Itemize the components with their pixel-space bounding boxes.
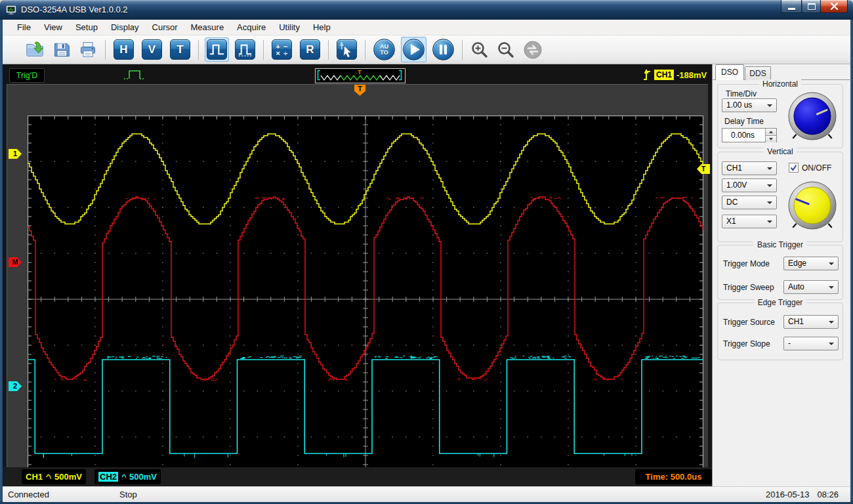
- connection-status: Connected: [8, 490, 49, 499]
- open-icon: [25, 40, 45, 60]
- waveform-canvas: [28, 116, 703, 483]
- spin-up-button[interactable]: [765, 129, 776, 136]
- toolbar-separator: [198, 40, 199, 60]
- volts-div-select[interactable]: 1.00V: [722, 178, 777, 192]
- pulse-width-button[interactable]: [205, 37, 229, 62]
- pulse-measure-button[interactable]: [233, 37, 257, 62]
- toolbar-separator: [105, 40, 106, 60]
- probe-select[interactable]: X1: [722, 215, 777, 228]
- date-value: 2016-05-13: [766, 490, 810, 499]
- menu-acquire[interactable]: Acquire: [230, 20, 272, 34]
- trigger-source-select[interactable]: CH1: [783, 315, 839, 329]
- run-icon: [403, 39, 425, 60]
- basic-trigger-group: Basic Trigger Trigger Mode Edge Trigger …: [717, 245, 843, 300]
- acquisition-preview[interactable]: T: [315, 68, 406, 83]
- zoom-in-button[interactable]: [468, 39, 491, 61]
- vertical-setup-button[interactable]: V: [140, 37, 164, 62]
- chevron-down-icon: [829, 321, 834, 324]
- print-icon: [79, 41, 97, 59]
- ch1-readout[interactable]: CH1 500mV: [22, 469, 86, 484]
- sine-icon: [121, 474, 126, 480]
- trigger-channel-chip: CH1: [654, 70, 674, 80]
- time-readout: Time: 500.0us: [635, 469, 712, 484]
- menu-view[interactable]: View: [37, 20, 69, 34]
- ch1-scale-value: 500mV: [54, 472, 82, 482]
- menu-display[interactable]: Display: [104, 20, 146, 34]
- toolbar-separator: [328, 40, 329, 60]
- trigger-mode-label: Trigger Mode: [723, 259, 770, 268]
- print-button[interactable]: [77, 39, 99, 61]
- menu-measure[interactable]: Measure: [184, 20, 231, 34]
- run-button[interactable]: [401, 37, 427, 62]
- preview-trigger-marker: T: [358, 69, 362, 75]
- trigger-mode-value: Edge: [788, 259, 806, 268]
- menu-setup[interactable]: Setup: [69, 20, 104, 34]
- trigger-sweep-select[interactable]: Auto: [783, 280, 839, 294]
- horizontal-knob[interactable]: [783, 87, 842, 146]
- horizontal-setup-icon: H: [114, 39, 134, 60]
- chevron-down-icon: [767, 184, 772, 187]
- scope-status-bar: Trig'D T CH1 -188mV: [3, 64, 712, 84]
- menu-file[interactable]: File: [10, 20, 37, 34]
- save-button[interactable]: [51, 39, 73, 61]
- trigger-slope-select[interactable]: -: [783, 337, 839, 350]
- zoom-out-icon: [497, 41, 515, 59]
- timediv-select[interactable]: 1.00 us: [722, 98, 777, 112]
- menu-cursor[interactable]: Cursor: [146, 20, 184, 34]
- coupling-select[interactable]: DC: [722, 196, 777, 209]
- trigger-setup-button[interactable]: T: [168, 37, 192, 62]
- time-value: 08:26: [817, 490, 839, 499]
- chevron-down-icon: [767, 104, 772, 107]
- probe-check-icon: [337, 39, 357, 60]
- minimize-button[interactable]: [781, 0, 802, 13]
- volts-div-value: 1.00V: [726, 180, 747, 190]
- auto-setup-button[interactable]: AUTO: [371, 37, 397, 62]
- trigger-sweep-label: Trigger Sweep: [723, 283, 774, 292]
- probe-check-button[interactable]: [335, 37, 359, 62]
- maximize-button[interactable]: [801, 0, 822, 13]
- chevron-down-icon: [767, 201, 772, 204]
- title-bar[interactable]: DSO-3254A USB Ver1.0.0.2: [0, 0, 853, 20]
- save-icon: [52, 41, 71, 59]
- auto-setup-icon: AUTO: [373, 39, 395, 60]
- menu-help[interactable]: Help: [306, 20, 337, 34]
- timediv-value: 1.00 us: [726, 100, 752, 110]
- channel-select[interactable]: CH1: [722, 161, 777, 175]
- scope-display-area: Trig'D T CH1 -188mV MATH Scale:500m: [3, 64, 712, 486]
- onoff-label: ON/OFF: [802, 163, 831, 173]
- pulse-measure-icon: [235, 39, 255, 60]
- menu-utility[interactable]: Utility: [272, 20, 306, 34]
- control-panel: DSO DDS Horizontal Time/Div 1.00 us Dela…: [712, 64, 850, 486]
- tab-dso[interactable]: DSO: [715, 64, 744, 80]
- math-functions-icon: + − × ÷: [272, 39, 292, 60]
- preview-waveform: T: [316, 69, 404, 81]
- trigger-mode-select[interactable]: Edge: [783, 257, 839, 270]
- svg-text:÷: ÷: [283, 49, 288, 57]
- refresh-icon: R: [300, 39, 320, 60]
- ch2-readout[interactable]: CH2 500mV: [94, 469, 161, 484]
- acquisition-status: Stop: [119, 490, 137, 499]
- delay-time-spinner[interactable]: 0.00ns: [722, 128, 777, 142]
- vertical-knob[interactable]: [783, 176, 842, 235]
- timediv-label: Time/Div: [726, 89, 757, 98]
- maximize-icon: [808, 3, 816, 10]
- pause-button[interactable]: [430, 37, 456, 62]
- vertical-group-title: Vertical: [718, 147, 843, 156]
- zoom-out-button[interactable]: [495, 39, 517, 61]
- datetime-status: 2016-05-1308:26: [758, 490, 839, 499]
- refresh-button[interactable]: R: [298, 37, 322, 62]
- tab-dds[interactable]: DDS: [745, 66, 771, 80]
- toolbar-separator: [263, 40, 264, 60]
- channel-onoff-checkbox[interactable]: ON/OFF: [789, 163, 831, 173]
- close-button[interactable]: [820, 0, 848, 13]
- basic-trigger-title: Basic Trigger: [718, 240, 843, 249]
- open-button[interactable]: [23, 38, 47, 62]
- trigger-status-badge: Trig'D: [9, 68, 45, 83]
- spin-down-button[interactable]: [765, 136, 776, 142]
- math-functions-button[interactable]: + − × ÷: [270, 37, 294, 62]
- waveform-plot[interactable]: [28, 116, 703, 483]
- swap-icon: [523, 40, 543, 60]
- horizontal-setup-button[interactable]: H: [112, 37, 136, 62]
- ch2-scale-value: 500mV: [129, 472, 157, 482]
- channel-value: CH1: [726, 163, 742, 173]
